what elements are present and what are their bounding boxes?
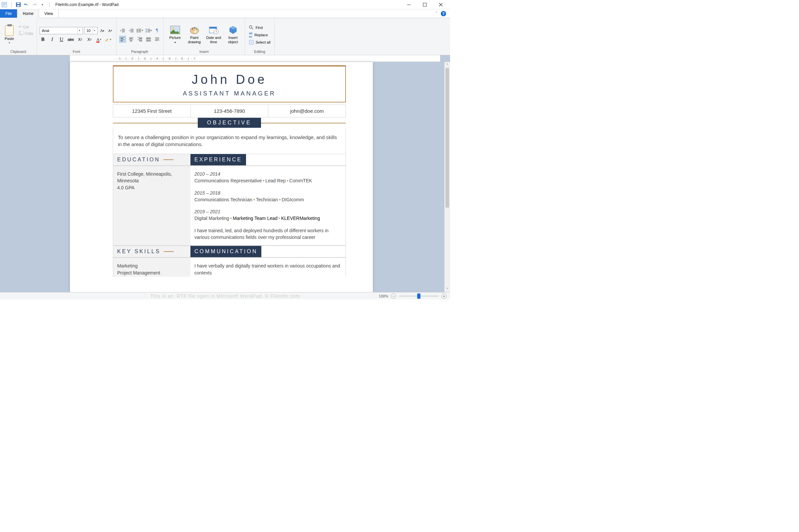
communication-label: COMMUNICATION — [194, 249, 257, 254]
collapse-ribbon-icon[interactable]: ˄ — [435, 11, 438, 16]
bullets-button[interactable]: ▾ — [136, 27, 143, 34]
svg-point-41 — [249, 26, 252, 28]
align-left-button[interactable] — [119, 36, 126, 43]
tab-file-label: File — [5, 11, 12, 16]
svg-rect-15 — [130, 29, 133, 30]
font-size-value: 10 — [87, 28, 91, 33]
horizontal-ruler[interactable]: · · · · 1 · · · | · · · 2 · · · | · · · … — [70, 55, 440, 62]
scroll-up-icon[interactable]: ˄ — [444, 62, 450, 68]
svg-rect-10 — [20, 31, 23, 34]
align-justify-button[interactable] — [145, 36, 152, 43]
scroll-thumb[interactable] — [445, 68, 449, 208]
qat-dropdown-icon[interactable]: ▾ — [39, 2, 45, 8]
shrink-font-button[interactable]: A▾ — [107, 27, 113, 34]
find-button[interactable]: Find — [248, 25, 272, 30]
underline-button[interactable]: U — [58, 36, 65, 43]
replace-button[interactable]: abac Replace — [248, 31, 272, 39]
zoom-in-button[interactable]: + — [442, 293, 447, 299]
svg-rect-26 — [148, 30, 150, 31]
cut-button[interactable]: ✂ Cut — [18, 24, 34, 30]
object-label: Insert object — [224, 36, 242, 44]
tab-home[interactable]: Home — [17, 9, 39, 18]
font-color-button[interactable]: A▾ — [95, 36, 102, 43]
zoom-slider[interactable] — [399, 296, 439, 297]
paragraph-group-label: Paragraph — [119, 49, 161, 54]
title-bar: | ▾ | FileInfo.com Example.rtf - WordPad — [0, 0, 450, 9]
scroll-down-icon[interactable]: ˅ — [444, 286, 450, 292]
keyskills-label: KEY SKILLS — [117, 249, 161, 254]
superscript-button[interactable]: X2 — [86, 36, 93, 43]
skills-body: Marketing Project Management — [113, 258, 190, 277]
paste-label: Paste — [5, 37, 14, 41]
increase-indent-button[interactable] — [128, 27, 134, 34]
tab-view[interactable]: View — [39, 9, 59, 18]
select-all-icon — [249, 40, 254, 44]
communication-text: I have verbally and digitally trained wo… — [190, 258, 346, 277]
window-controls — [404, 1, 449, 8]
exp2-date: 2015 – 2018 — [194, 190, 341, 196]
copy-button[interactable]: Copy — [18, 30, 34, 36]
group-paragraph: ▾ ▾ ¶ Paragraph — [116, 18, 164, 55]
select-all-button[interactable]: Select all — [248, 40, 272, 45]
chevron-down-icon: ▾ — [100, 38, 101, 41]
paste-button[interactable]: Paste ▾ — [3, 24, 16, 44]
paragraph-dialog-button[interactable] — [154, 36, 161, 43]
chevron-down-icon: ▾ — [174, 41, 176, 44]
minimize-button[interactable] — [404, 1, 413, 8]
align-center-button[interactable] — [128, 36, 134, 43]
document-area: · · · · 1 · · · | · · · 2 · · · | · · · … — [0, 55, 450, 292]
help-icon[interactable]: ? — [441, 11, 446, 16]
paragraph-marks-button[interactable]: ¶ — [154, 27, 161, 34]
tab-file[interactable]: File — [0, 9, 17, 18]
strikethrough-button[interactable]: abc — [68, 36, 74, 43]
resume-email: john@doe.com — [268, 105, 346, 117]
svg-rect-28 — [155, 38, 159, 38]
highlight-button[interactable]: ▾ — [105, 36, 112, 43]
svg-rect-3 — [3, 5, 5, 6]
paste-caret-icon: ▾ — [9, 41, 10, 44]
ribbon: Paste ▾ ✂ Cut Copy Clipboard — [0, 18, 450, 55]
objective-text: To secure a challenging position in your… — [113, 128, 346, 154]
insert-picture-button[interactable]: Picture▾ — [166, 25, 184, 44]
wordpad-icon[interactable] — [1, 2, 7, 8]
svg-rect-11 — [105, 41, 109, 42]
experience-header: EXPERIENCE — [190, 154, 246, 165]
document-page[interactable]: John Doe ASSISTANT MANAGER 12345 First S… — [70, 62, 373, 292]
insert-paint-button[interactable]: Paint drawing — [185, 25, 203, 44]
undo-icon[interactable] — [23, 2, 29, 8]
window-title: FileInfo.com Example.rtf - WordPad — [55, 2, 118, 7]
cut-label: Cut — [23, 25, 29, 29]
scissors-icon: ✂ — [19, 25, 22, 29]
insert-group-label: Insert — [166, 49, 242, 54]
exp1-c: CommTEK — [289, 178, 312, 183]
zoom-out-button[interactable]: − — [391, 293, 396, 299]
skill-2: Project Management — [117, 270, 160, 276]
education-line1: First College, Minneapolis, Minnesota — [117, 171, 172, 183]
maximize-button[interactable] — [420, 1, 429, 8]
align-right-button[interactable] — [136, 36, 143, 43]
vertical-scrollbar[interactable]: ˄ ˅ — [444, 62, 450, 292]
grow-font-button[interactable]: A▴ — [99, 27, 106, 34]
insert-datetime-button[interactable]: Date and time — [205, 25, 223, 44]
font-family-select[interactable]: Arial ▾ — [40, 27, 83, 34]
clipboard-group-label: Clipboard — [3, 49, 34, 54]
bold-button[interactable]: B — [40, 36, 46, 43]
line-spacing-button[interactable]: ▾ — [145, 27, 152, 34]
italic-button[interactable]: I — [49, 36, 56, 43]
resume-name: John Doe — [113, 73, 345, 87]
zoom-slider-thumb[interactable] — [417, 293, 421, 299]
insert-object-button[interactable]: Insert object — [224, 25, 242, 44]
subscript-button[interactable]: X2 — [77, 36, 83, 43]
svg-rect-23 — [138, 32, 141, 32]
svg-rect-7 — [407, 5, 410, 5]
decrease-indent-button[interactable] — [119, 27, 126, 34]
svg-rect-13 — [122, 30, 125, 31]
ruler-5: 5 — [169, 57, 170, 60]
font-size-select[interactable]: 10 ▾ — [84, 27, 97, 34]
close-button[interactable] — [436, 1, 445, 8]
exp-summary: I have trained, led, and deployed hundre… — [194, 227, 341, 241]
redo-icon[interactable] — [31, 2, 37, 8]
save-icon[interactable] — [15, 2, 21, 8]
svg-rect-16 — [130, 30, 133, 31]
svg-point-20 — [136, 31, 137, 32]
